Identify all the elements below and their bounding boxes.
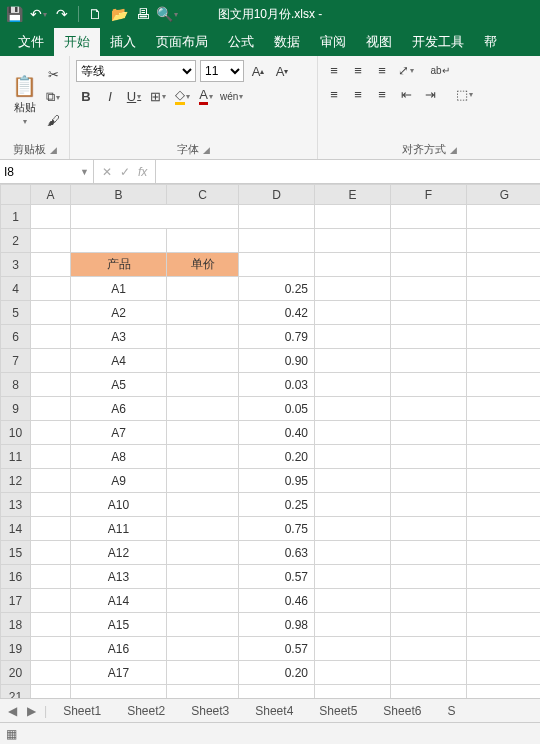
sheet-nav-next[interactable]: ▶ (25, 704, 38, 718)
cell[interactable] (467, 589, 541, 613)
tab-help[interactable]: 帮 (474, 28, 507, 56)
border-button[interactable]: ⊞▾ (148, 86, 168, 106)
row-header[interactable]: 18 (1, 613, 31, 637)
cell[interactable] (391, 637, 467, 661)
cell[interactable] (315, 589, 391, 613)
cell[interactable] (167, 541, 239, 565)
sheet-tab[interactable]: Sheet4 (245, 701, 303, 721)
cell[interactable] (467, 469, 541, 493)
record-macro-icon[interactable]: ▦ (6, 727, 17, 741)
cancel-formula-icon[interactable]: ✕ (102, 165, 112, 179)
row-header[interactable]: 3 (1, 253, 31, 277)
font-color-button[interactable]: A▾ (196, 86, 216, 106)
cell[interactable] (167, 445, 239, 469)
formula-input[interactable] (156, 160, 540, 183)
align-top-button[interactable]: ≡ (324, 60, 344, 80)
name-box-input[interactable] (4, 165, 64, 179)
cell[interactable] (391, 349, 467, 373)
spreadsheet-grid[interactable]: A B C D E F G 1玩转Excel小数点23产品单价4A10.255A… (0, 184, 540, 709)
sheet-tab[interactable]: Sheet2 (117, 701, 175, 721)
cell[interactable]: 0.57 (239, 565, 315, 589)
cell[interactable] (31, 205, 71, 229)
col-header[interactable]: A (31, 185, 71, 205)
cell[interactable]: 0.20 (239, 445, 315, 469)
cell[interactable]: A17 (71, 661, 167, 685)
cell[interactable]: A15 (71, 613, 167, 637)
tab-page-layout[interactable]: 页面布局 (146, 28, 218, 56)
cell[interactable] (467, 301, 541, 325)
redo-icon[interactable]: ↷ (52, 4, 72, 24)
fx-icon[interactable]: fx (138, 165, 147, 179)
cell[interactable]: A4 (71, 349, 167, 373)
cell[interactable] (315, 493, 391, 517)
col-header[interactable]: E (315, 185, 391, 205)
align-bottom-button[interactable]: ≡ (372, 60, 392, 80)
font-size-select[interactable]: 11 (200, 60, 244, 82)
cell[interactable] (167, 661, 239, 685)
cell[interactable] (167, 517, 239, 541)
cell[interactable] (467, 325, 541, 349)
cell[interactable] (31, 253, 71, 277)
cell[interactable] (167, 277, 239, 301)
row-header[interactable]: 12 (1, 469, 31, 493)
sheet-tab[interactable]: Sheet1 (53, 701, 111, 721)
cell[interactable] (31, 565, 71, 589)
row-header[interactable]: 10 (1, 421, 31, 445)
cell[interactable]: A16 (71, 637, 167, 661)
cell[interactable]: A9 (71, 469, 167, 493)
cell[interactable] (31, 349, 71, 373)
tab-review[interactable]: 审阅 (310, 28, 356, 56)
row-header[interactable]: 17 (1, 589, 31, 613)
tab-formulas[interactable]: 公式 (218, 28, 264, 56)
row-header[interactable]: 13 (1, 493, 31, 517)
cell[interactable] (391, 589, 467, 613)
tab-file[interactable]: 文件 (8, 28, 54, 56)
cell[interactable] (467, 397, 541, 421)
cell[interactable] (467, 277, 541, 301)
dialog-launcher-icon[interactable]: ◢ (203, 145, 210, 155)
cell[interactable] (31, 493, 71, 517)
row-header[interactable]: 15 (1, 541, 31, 565)
cell[interactable] (315, 445, 391, 469)
row-header[interactable]: 7 (1, 349, 31, 373)
cell[interactable] (391, 229, 467, 253)
new-file-icon[interactable]: 🗋 (85, 4, 105, 24)
cell[interactable] (467, 493, 541, 517)
cell[interactable] (391, 325, 467, 349)
cell[interactable]: A3 (71, 325, 167, 349)
cell[interactable] (167, 565, 239, 589)
cell[interactable]: 0.20 (239, 661, 315, 685)
cell[interactable] (467, 637, 541, 661)
save-icon[interactable]: 💾 (4, 4, 24, 24)
cell[interactable] (167, 373, 239, 397)
row-header[interactable]: 8 (1, 373, 31, 397)
row-header[interactable]: 6 (1, 325, 31, 349)
print-icon[interactable]: 🖶 (133, 4, 153, 24)
cell[interactable]: 0.03 (239, 373, 315, 397)
cell[interactable]: A5 (71, 373, 167, 397)
cell[interactable] (167, 229, 239, 253)
tab-view[interactable]: 视图 (356, 28, 402, 56)
font-name-select[interactable]: 等线 (76, 60, 196, 82)
row-header[interactable]: 2 (1, 229, 31, 253)
name-box[interactable]: ▼ (0, 160, 94, 183)
cell[interactable] (167, 397, 239, 421)
cell[interactable] (167, 637, 239, 661)
cell[interactable] (315, 541, 391, 565)
cell[interactable] (31, 469, 71, 493)
col-header[interactable]: B (71, 185, 167, 205)
cell[interactable] (467, 613, 541, 637)
cell[interactable] (315, 421, 391, 445)
cell[interactable] (315, 373, 391, 397)
cell[interactable]: A1 (71, 277, 167, 301)
row-header[interactable]: 1 (1, 205, 31, 229)
cell[interactable] (391, 373, 467, 397)
cell[interactable]: A10 (71, 493, 167, 517)
print-preview-icon[interactable]: 🔍▾ (157, 4, 177, 24)
tab-developer[interactable]: 开发工具 (402, 28, 474, 56)
cell[interactable]: A6 (71, 397, 167, 421)
cell[interactable] (391, 397, 467, 421)
cell[interactable] (167, 325, 239, 349)
tab-data[interactable]: 数据 (264, 28, 310, 56)
header-cell-product[interactable]: 产品 (71, 253, 167, 277)
